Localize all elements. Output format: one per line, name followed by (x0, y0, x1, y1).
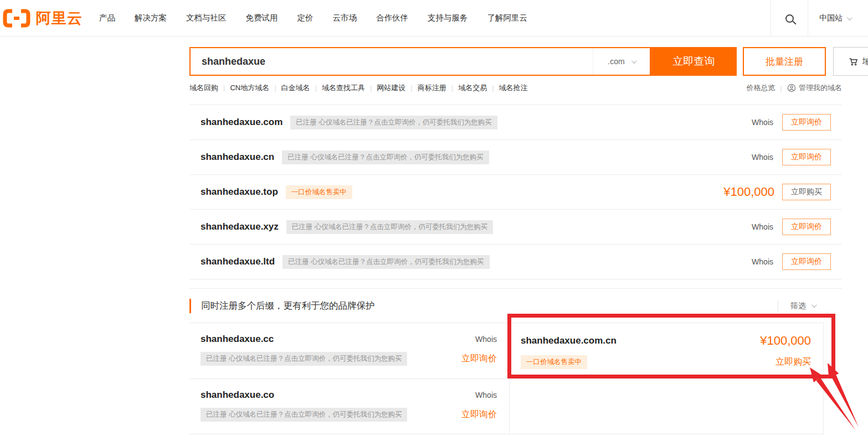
chevron-down-icon (847, 15, 852, 20)
registered-badge: 已注册 心仪域名已注册？点击立即询价，仍可委托我们为您购买 (201, 408, 407, 422)
quick-links-right: 价格总览 | 管理我的域名 (747, 83, 842, 93)
inquire-button[interactable]: 立即询价 (782, 114, 831, 131)
batch-register-button[interactable]: 批量注册 (743, 47, 826, 76)
link-trademark[interactable]: 商标注册 (418, 84, 458, 92)
result-row-ltd: shanhedaxue.ltd 已注册 心仪域名已注册？点击立即询价，仍可委托我… (189, 245, 842, 279)
top-navigation-bar: 阿里云 产品 解决方案 文档与社区 免费试用 定价 云市场 合作伙伴 支持与服务… (0, 0, 868, 37)
link-domain-finder[interactable]: 域名查找工具 (322, 84, 377, 92)
domain-name: shanhedaxue.co (201, 390, 274, 401)
nav-item-support[interactable]: 支持与服务 (428, 13, 468, 23)
domain-name: shanhedaxue.cn (201, 152, 274, 163)
tld-select[interactable]: .com (593, 48, 650, 75)
query-now-button[interactable]: 立即查询 (651, 47, 737, 76)
suffix-cell-empty (510, 379, 824, 434)
domain-search-box: .com (189, 47, 651, 76)
aliyun-logo-text: 阿里云 (36, 8, 83, 28)
whois-link[interactable]: Whois (752, 257, 773, 266)
buy-now-link[interactable]: 立即购买 (775, 356, 811, 368)
suffix-section-title: 同时注册多个后缀，更有利于您的品牌保护 (201, 300, 375, 312)
whois-link[interactable]: Whois (752, 222, 773, 231)
aliyun-logo[interactable]: 阿里云 (1, 6, 83, 30)
domain-list-button[interactable]: 域名清单 0 (833, 47, 868, 76)
link-domain-backorder[interactable]: 域名抢注 (499, 84, 528, 92)
domain-name: shanhedaxue.com.cn (521, 335, 617, 346)
link-price-overview[interactable]: 价格总览 (747, 83, 775, 93)
filter-dropdown[interactable]: 筛选 (778, 300, 842, 312)
inquire-button[interactable]: 立即询价 (782, 219, 831, 235)
chevron-down-icon (631, 58, 637, 64)
topbar-right: 中国站 (771, 0, 868, 37)
quick-links-row: 域名回购CN地方域名白金域名域名查找工具网站建设商标注册域名交易域名抢注 价格总… (189, 83, 842, 93)
aliyun-logo-icon (1, 6, 32, 30)
nav-item-solutions[interactable]: 解决方案 (135, 13, 167, 23)
nav-item-marketplace[interactable]: 云市场 (333, 13, 357, 23)
nav-item-free-trial[interactable]: 免费试用 (246, 13, 278, 23)
region-label: 中国站 (819, 13, 843, 23)
result-row-top: shanhedaxue.top 一口价域名售卖中 ¥100,000 立即购买 (189, 175, 842, 210)
domain-name: shanhedaxue.ltd (201, 256, 275, 267)
chevron-down-icon (811, 302, 817, 308)
domain-name: shanhedaxue.cc (201, 334, 274, 345)
link-website-builder[interactable]: 网站建设 (377, 84, 417, 92)
result-row-xyz: shanhedaxue.xyz 已注册 心仪域名已注册？点击立即询价，仍可委托我… (189, 210, 842, 245)
whois-link[interactable]: Whois (752, 118, 773, 127)
domain-price: ¥100,000 (723, 185, 774, 199)
suffix-section-header: 同时注册多个后缀，更有利于您的品牌保护 筛选 (189, 288, 842, 323)
filter-label: 筛选 (790, 301, 806, 311)
whois-link[interactable]: Whois (475, 335, 497, 344)
suffix-cell-co: shanhedaxue.co Whois 已注册 心仪域名已注册？点击立即询价，… (189, 379, 510, 434)
quick-links: 域名回购CN地方域名白金域名域名查找工具网站建设商标注册域名交易域名抢注 (189, 83, 528, 93)
tld-selected-value: .com (608, 57, 624, 66)
domain-search-input[interactable] (191, 48, 593, 75)
whois-link[interactable]: Whois (752, 153, 773, 162)
link-cn-regional[interactable]: CN地方域名 (230, 84, 281, 92)
user-icon (787, 84, 796, 92)
suffix-grid-row: shanhedaxue.cc Whois 已注册 心仪域名已注册？点击立即询价，… (189, 323, 824, 378)
sale-badge: 一口价域名售卖中 (521, 355, 587, 369)
link-manage-domains[interactable]: 管理我的域名 (787, 83, 842, 93)
registered-badge: 已注册 心仪域名已注册？点击立即询价，仍可委托我们为您购买 (282, 150, 489, 164)
domain-price: ¥100,000 (760, 334, 811, 348)
nav-item-pricing[interactable]: 定价 (297, 13, 314, 23)
domain-list-label: 域名清单 (862, 56, 868, 68)
registered-badge: 已注册 心仪域名已注册？点击立即询价，仍可委托我们为您购买 (286, 220, 493, 234)
inquire-link[interactable]: 立即询价 (461, 353, 497, 365)
manage-domains-label: 管理我的域名 (799, 83, 842, 93)
registered-badge: 已注册 心仪域名已注册？点击立即询价，仍可委托我们为您购买 (283, 255, 489, 269)
result-row-cn: shanhedaxue.cn 已注册 心仪域名已注册？点击立即询价，仍可委托我们… (189, 140, 842, 175)
sale-badge: 一口价域名售卖中 (286, 185, 352, 199)
result-row-com: shanhedaxue.com 已注册 心仪域名已注册？点击立即询价，仍可委托我… (189, 105, 842, 140)
domain-name: shanhedaxue.top (201, 186, 278, 198)
suffix-cell-cc: shanhedaxue.cc Whois 已注册 心仪域名已注册？点击立即询价，… (189, 323, 510, 378)
suffix-cell-com-cn: shanhedaxue.com.cn ¥100,000 一口价域名售卖中 立即购… (510, 323, 824, 378)
orange-accent-bar (189, 299, 191, 313)
suffix-grid: shanhedaxue.cc Whois 已注册 心仪域名已注册？点击立即询价，… (189, 323, 824, 434)
nav-item-products[interactable]: 产品 (99, 13, 115, 23)
inquire-link[interactable]: 立即询价 (461, 409, 497, 421)
link-domain-trade[interactable]: 域名交易 (458, 84, 499, 92)
inquire-button[interactable]: 立即询价 (782, 149, 831, 165)
whois-link[interactable]: Whois (475, 391, 497, 399)
cart-icon (849, 57, 858, 66)
nav-item-about[interactable]: 了解阿里云 (487, 13, 528, 23)
registered-badge: 已注册 心仪域名已注册？点击立即询价，仍可委托我们为您购买 (201, 352, 407, 366)
nav-item-docs-community[interactable]: 文档与社区 (186, 13, 227, 23)
region-selector[interactable]: 中国站 (808, 0, 868, 37)
buy-now-button[interactable]: 立即购买 (782, 184, 831, 200)
inquire-button[interactable]: 立即询价 (782, 253, 831, 270)
link-domain-buyback[interactable]: 域名回购 (189, 84, 230, 92)
link-platinum-domains[interactable]: 白金域名 (281, 84, 322, 92)
divider: | (780, 84, 782, 92)
domain-name: shanhedaxue.xyz (201, 221, 279, 232)
search-results-list: shanhedaxue.com 已注册 心仪域名已注册？点击立即询价，仍可委托我… (189, 105, 842, 279)
main-menu: 产品 解决方案 文档与社区 免费试用 定价 云市场 合作伙伴 支持与服务 了解阿… (99, 13, 527, 23)
search-icon (785, 14, 794, 23)
suffix-grid-row: shanhedaxue.co Whois 已注册 心仪域名已注册？点击立即询价，… (189, 378, 824, 434)
divider (778, 300, 778, 312)
domain-search-row: .com 立即查询 批量注册 域名清单 0 (189, 47, 868, 76)
registered-badge: 已注册 心仪域名已注册？点击立即询价，仍可委托我们为您购买 (290, 116, 497, 129)
nav-item-partners[interactable]: 合作伙伴 (376, 13, 408, 23)
global-search-button[interactable] (771, 0, 808, 37)
domain-name: shanhedaxue.com (201, 117, 283, 128)
